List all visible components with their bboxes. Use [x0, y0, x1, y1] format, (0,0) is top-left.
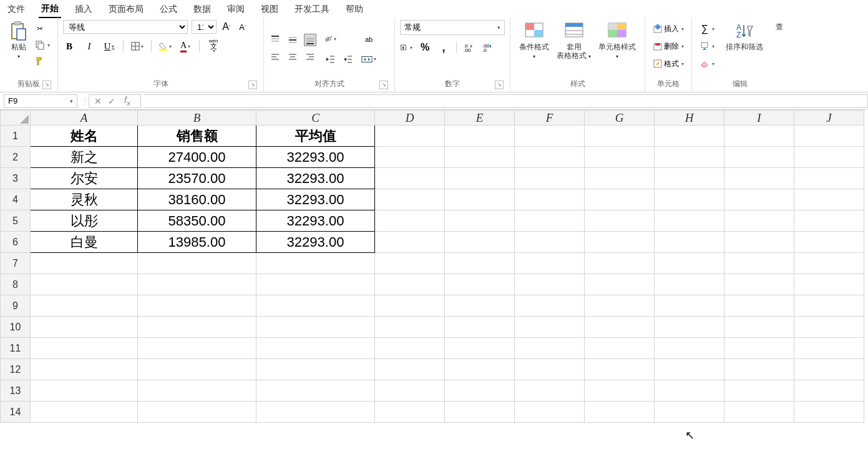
cell-F10[interactable] — [515, 317, 585, 338]
font-color-button[interactable]: A — [179, 40, 192, 52]
cell-A5[interactable]: 以彤 — [31, 210, 138, 232]
row-head-12[interactable]: 12 — [1, 359, 31, 380]
cell-C5[interactable]: 32293.00 — [256, 210, 375, 232]
cell-J4[interactable] — [794, 189, 864, 210]
border-button[interactable] — [131, 40, 144, 52]
cell-A6[interactable]: 白曼 — [31, 232, 138, 253]
row-head-7[interactable]: 7 — [1, 253, 31, 274]
number-launcher[interactable]: ↘ — [495, 81, 504, 89]
format-cells-button[interactable]: 格式 — [653, 57, 684, 70]
cell-G6[interactable] — [585, 232, 655, 253]
cell-G14[interactable] — [585, 402, 655, 423]
cell-H9[interactable] — [655, 295, 724, 317]
cell-D1[interactable] — [375, 126, 445, 147]
cell-B2[interactable]: 27400.00 — [138, 147, 256, 168]
cell-E5[interactable] — [445, 210, 515, 232]
row-head-11[interactable]: 11 — [1, 338, 31, 359]
cell-G1[interactable] — [585, 126, 655, 147]
cell-I6[interactable] — [724, 232, 794, 253]
cell-H4[interactable] — [655, 189, 724, 210]
cell-D11[interactable] — [375, 338, 445, 359]
cell-C11[interactable] — [256, 338, 375, 359]
cell-A11[interactable] — [31, 338, 138, 359]
bold-button[interactable]: B — [63, 40, 76, 52]
cell-J9[interactable] — [794, 295, 864, 317]
cell-B14[interactable] — [138, 402, 256, 423]
cell-I12[interactable] — [724, 359, 794, 380]
cell-I2[interactable] — [724, 147, 794, 168]
cell-I13[interactable] — [724, 380, 794, 402]
cell-J1[interactable] — [794, 126, 864, 147]
cell-E14[interactable] — [445, 402, 515, 423]
cell-H13[interactable] — [655, 380, 724, 402]
cell-F8[interactable] — [515, 274, 585, 295]
cell-H11[interactable] — [655, 338, 724, 359]
fx-icon[interactable]: fx — [124, 95, 130, 107]
align-center-button[interactable] — [286, 51, 299, 64]
comma-button[interactable]: , — [437, 41, 450, 54]
cell-A8[interactable] — [31, 274, 138, 295]
row-head-14[interactable]: 14 — [1, 402, 31, 423]
tab-insert[interactable]: 插入 — [72, 0, 95, 17]
cell-C10[interactable] — [256, 317, 375, 338]
cell-J14[interactable] — [794, 402, 864, 423]
cell-D8[interactable] — [375, 274, 445, 295]
col-head-H[interactable]: H — [655, 111, 724, 126]
col-head-E[interactable]: E — [445, 111, 515, 126]
cell-C14[interactable] — [256, 402, 375, 423]
cell-E6[interactable] — [445, 232, 515, 253]
cell-E12[interactable] — [445, 359, 515, 380]
cell-G9[interactable] — [585, 295, 655, 317]
wrap-text-button[interactable]: ab — [361, 33, 376, 46]
tab-formulas[interactable]: 公式 — [157, 0, 180, 17]
cell-F14[interactable] — [515, 402, 585, 423]
shrink-font-button[interactable]: Aˇ — [237, 21, 249, 33]
number-format-select[interactable]: 常规▾ — [400, 20, 505, 35]
cell-C7[interactable] — [256, 253, 375, 274]
cell-D13[interactable] — [375, 380, 445, 402]
insert-cells-button[interactable]: 插入 — [653, 22, 684, 35]
col-head-G[interactable]: G — [585, 111, 655, 126]
format-painter-button[interactable] — [35, 55, 50, 67]
cell-B3[interactable]: 23570.00 — [138, 168, 256, 189]
cell-A10[interactable] — [31, 317, 138, 338]
orientation-button[interactable]: ab — [324, 33, 336, 46]
cell-G12[interactable] — [585, 359, 655, 380]
cell-E13[interactable] — [445, 380, 515, 402]
cell-C9[interactable] — [256, 295, 375, 317]
cut-button[interactable]: ✂ — [35, 22, 50, 35]
cell-G10[interactable] — [585, 317, 655, 338]
col-head-F[interactable]: F — [515, 111, 585, 126]
cell-J8[interactable] — [794, 274, 864, 295]
tab-developer[interactable]: 开发工具 — [292, 0, 332, 17]
cell-J13[interactable] — [794, 380, 864, 402]
cell-A12[interactable] — [31, 359, 138, 380]
cell-F2[interactable] — [515, 147, 585, 168]
cell-styles-button[interactable]: 单元格样式▾ — [595, 20, 640, 62]
copy-button[interactable] — [35, 39, 50, 51]
cell-F3[interactable] — [515, 168, 585, 189]
cell-F9[interactable] — [515, 295, 585, 317]
clipboard-launcher[interactable]: ↘ — [42, 81, 51, 89]
cell-D2[interactable] — [375, 147, 445, 168]
grow-font-button[interactable]: Aˆ — [220, 21, 233, 33]
cell-H1[interactable] — [655, 126, 724, 147]
col-head-C[interactable]: C — [256, 111, 375, 126]
conditional-format-button[interactable]: 条件格式▾ — [515, 20, 553, 62]
cell-D7[interactable] — [375, 253, 445, 274]
cell-G11[interactable] — [585, 338, 655, 359]
cell-B7[interactable] — [138, 253, 256, 274]
cell-B1[interactable]: 销售额 — [138, 126, 256, 147]
cell-I1[interactable] — [724, 126, 794, 147]
row-head-9[interactable]: 9 — [1, 295, 31, 317]
align-right-button[interactable] — [304, 51, 316, 64]
autosum-button[interactable]: ∑ — [700, 22, 714, 35]
cell-I8[interactable] — [724, 274, 794, 295]
cell-C6[interactable]: 32293.00 — [256, 232, 375, 253]
cell-C8[interactable] — [256, 274, 375, 295]
font-name-select[interactable]: 等线 — [63, 20, 188, 34]
cell-I10[interactable] — [724, 317, 794, 338]
row-head-3[interactable]: 3 — [1, 168, 31, 189]
accept-formula-button[interactable]: ✓ — [108, 96, 115, 106]
cell-J5[interactable] — [794, 210, 864, 232]
